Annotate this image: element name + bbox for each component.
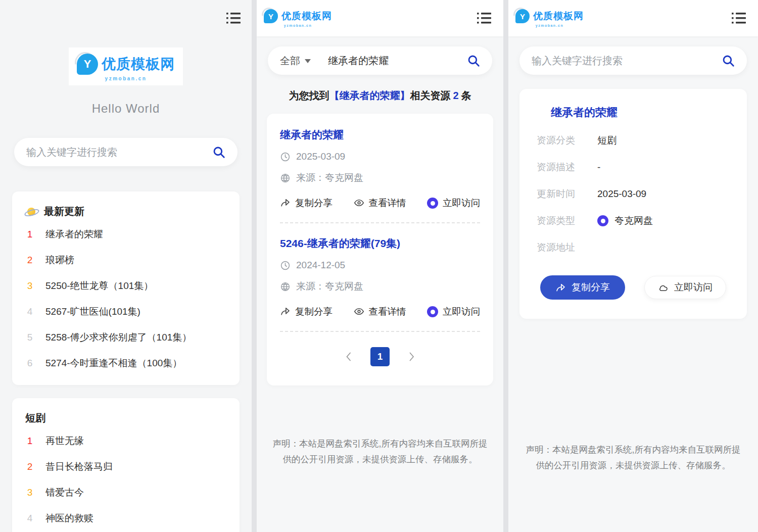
list-item-title: 继承者的荣耀 [45, 228, 103, 241]
results-card: 继承者的荣耀 2025-03-09 来源：夸克网盘 复制分享 查看详情 [267, 114, 493, 385]
site-logo[interactable]: Y 优质模板网 yzmoban.cn [264, 9, 332, 27]
dashed-divider [280, 222, 480, 223]
menu-list-icon[interactable] [477, 12, 491, 24]
search-icon[interactable] [467, 54, 480, 67]
result-title-link[interactable]: 继承者的荣耀 [280, 128, 480, 142]
latest-updates-header: 最新更新 [25, 205, 226, 218]
list-item[interactable]: 2昔日长枪落马归 [25, 454, 226, 479]
copy-share-button[interactable]: 复制分享 [280, 197, 333, 209]
summary-middle: 相关资源 [410, 90, 450, 101]
quark-netdisk-icon [427, 198, 438, 209]
detail-row: 更新时间 2025-03-09 [537, 187, 730, 201]
view-detail-button[interactable]: 查看详情 [354, 305, 406, 318]
copy-share-button[interactable]: 复制分享 [280, 305, 333, 318]
field-label: 资源分类 [537, 134, 583, 147]
list-item[interactable]: 55258-傅少求求你别虐了（101集） [25, 324, 226, 350]
search-results-screen: Y 优质模板网 yzmoban.cn 全部 为您找到【继承者的荣耀】相关资源2条… [257, 0, 503, 532]
menu-list-icon[interactable] [732, 12, 746, 24]
visit-now-button[interactable]: 立即访问 [427, 305, 480, 318]
list-item-title: 5267-旷世医仙(101集) [45, 305, 140, 318]
action-label: 立即访问 [443, 305, 480, 318]
home-search-bar [14, 138, 238, 166]
current-page-button[interactable]: 1 [370, 347, 390, 366]
panel-divider [252, 0, 257, 532]
search-result: 继承者的荣耀 2025-03-09 来源：夸克网盘 复制分享 查看详情 [280, 128, 480, 209]
category-dropdown[interactable]: 全部 [280, 54, 311, 68]
chevron-down-icon [305, 59, 311, 66]
results-summary: 为您找到【继承者的荣耀】相关资源2条 [257, 89, 503, 103]
site-logo[interactable]: Y 优质模板网 yzmoban.cn [515, 9, 584, 27]
visit-now-button[interactable]: 立即访问 [644, 276, 726, 299]
field-value: - [597, 162, 600, 173]
detail-search-bar [519, 46, 747, 75]
category-label: 全部 [280, 54, 300, 68]
detail-row: 资源分类 短剧 [537, 134, 730, 147]
eye-icon [354, 306, 364, 317]
site-name: 优质模板网 [533, 10, 584, 23]
action-label: 复制分享 [295, 305, 333, 318]
search-icon[interactable] [722, 54, 735, 67]
prev-page-icon[interactable] [346, 352, 351, 361]
rank-number: 2 [25, 255, 34, 266]
cloud-icon [658, 282, 669, 293]
list-item-title: 再世无缘 [45, 434, 84, 448]
action-label: 查看详情 [369, 305, 406, 318]
site-logo: Y 优质模板网 yzmoban.cn [69, 47, 183, 85]
action-label: 立即访问 [443, 197, 480, 209]
action-label: 复制分享 [295, 197, 333, 209]
logo-y-icon: Y [515, 9, 530, 23]
list-item[interactable]: 35250-绝世龙尊（101集） [25, 273, 226, 299]
list-item[interactable]: 3错爱古今 [25, 479, 226, 505]
button-label: 立即访问 [674, 281, 713, 294]
field-label: 更新时间 [537, 187, 583, 201]
eye-icon [354, 198, 364, 208]
share-arrow-icon [555, 282, 566, 293]
pagination: 1 [280, 347, 480, 366]
site-domain: yzmoban.cn [536, 24, 563, 27]
visit-now-button[interactable]: 立即访问 [427, 197, 480, 209]
list-item[interactable]: 2琅琊榜 [25, 247, 226, 273]
short-drama-card: 短剧 1再世无缘 2昔日长枪落马归 3错爱古今 4神医的救赎 [12, 398, 240, 532]
list-item[interactable]: 45267-旷世医仙(101集) [25, 299, 226, 324]
rank-number: 3 [25, 487, 34, 498]
list-item-title: 琅琊榜 [45, 254, 74, 267]
short-drama-list: 1再世无缘 2昔日长枪落马归 3错爱古今 4神医的救赎 [25, 428, 226, 531]
detail-row: 资源类型 夸克网盘 [537, 214, 730, 227]
search-input[interactable] [328, 55, 467, 67]
result-date: 2025-03-09 [296, 151, 345, 162]
list-item[interactable]: 65274-今时重逢不相逢（100集） [25, 350, 226, 376]
button-label: 复制分享 [572, 281, 610, 294]
app-header: Y 优质模板网 yzmoban.cn [257, 0, 503, 36]
list-item[interactable]: 1再世无缘 [25, 428, 226, 454]
view-detail-button[interactable]: 查看详情 [354, 197, 406, 209]
result-title-link[interactable]: 5246-继承者的荣耀(79集) [280, 236, 480, 251]
summary-suffix: 条 [461, 90, 471, 101]
summary-prefix: 为您找到 [289, 90, 329, 101]
search-icon[interactable] [212, 146, 225, 159]
section-title: 短剧 [25, 411, 45, 425]
field-value-text: 夸克网盘 [614, 214, 653, 227]
menu-list-icon[interactable] [226, 12, 241, 24]
rank-number: 5 [25, 332, 34, 343]
list-item-title: 昔日长枪落马归 [45, 460, 113, 473]
rank-number: 4 [25, 513, 34, 524]
field-label: 资源类型 [537, 214, 583, 227]
rank-number: 3 [25, 280, 34, 292]
field-label: 资源地址 [537, 241, 583, 254]
search-input[interactable] [26, 147, 212, 158]
list-item[interactable]: 4神医的救赎 [25, 505, 226, 531]
result-source-row: 来源：夸克网盘 [280, 171, 480, 184]
search-input[interactable] [532, 55, 722, 67]
list-item-title: 错爱古今 [45, 486, 84, 499]
panel-divider [503, 0, 508, 532]
rank-number: 2 [25, 461, 34, 472]
dashed-divider [280, 331, 480, 332]
quark-netdisk-icon [427, 306, 438, 317]
result-date: 2024-12-05 [296, 260, 345, 271]
rank-number: 1 [25, 436, 34, 447]
results-search-bar: 全部 [268, 46, 492, 75]
copy-share-button[interactable]: 复制分享 [540, 275, 625, 300]
list-item[interactable]: 1继承者的荣耀 [25, 221, 226, 247]
field-value: 短剧 [597, 134, 617, 147]
next-page-icon[interactable] [409, 352, 414, 361]
